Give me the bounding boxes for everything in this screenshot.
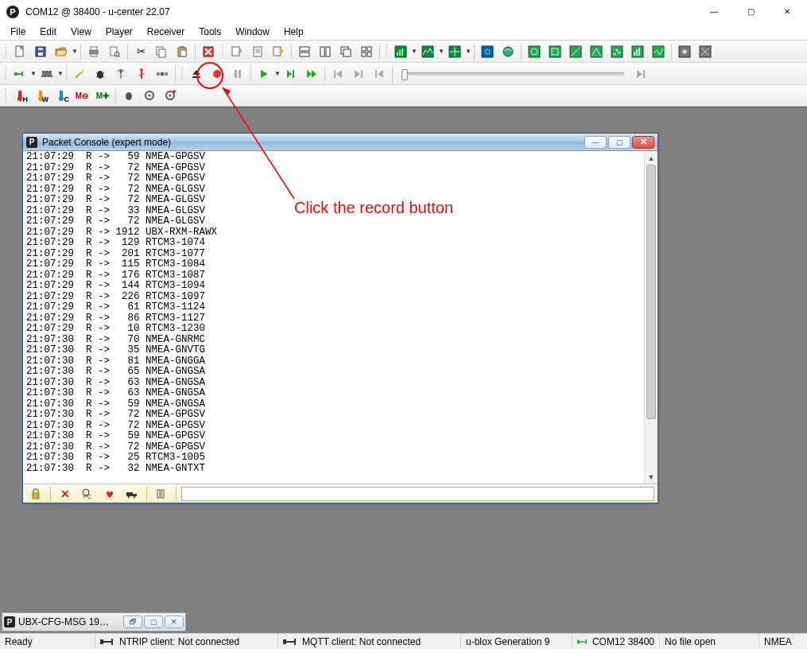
child-close-button[interactable]: ✕ [632, 136, 654, 149]
toolbar-grip[interactable] [3, 65, 8, 83]
usb-button[interactable] [132, 65, 151, 83]
mon-button[interactable]: M⊖ [72, 87, 91, 104]
cascade-button[interactable] [336, 43, 355, 60]
baudrate-button[interactable] [37, 65, 56, 83]
map-button[interactable] [478, 43, 497, 60]
grid-g6-button[interactable] [628, 43, 647, 60]
last-l1-button[interactable] [675, 43, 694, 60]
copy-button[interactable] [152, 43, 171, 60]
debug-button[interactable] [91, 65, 110, 83]
child-maximize-button[interactable]: ▢ [608, 136, 630, 149]
grid-g7-button[interactable] [649, 43, 668, 60]
msg-find-button[interactable] [269, 43, 288, 60]
toolbar-grip[interactable] [384, 43, 389, 60]
chart-sat-button[interactable] [391, 43, 410, 60]
packet-console-titlebar[interactable]: P Packet Console (expert mode) — ▢ ✕ [23, 134, 658, 151]
autobaud-button[interactable] [70, 65, 89, 83]
print-preview-button[interactable] [105, 43, 124, 60]
chart-sky-button[interactable] [418, 43, 437, 60]
scroll-thumb[interactable] [646, 165, 656, 419]
last-l2-button[interactable] [696, 43, 715, 60]
grid-g1-button[interactable] [525, 43, 544, 60]
menu-tools[interactable]: Tools [192, 25, 228, 39]
menu-receiver[interactable]: Receiver [140, 25, 192, 39]
window-maximize-button[interactable]: ▢ [732, 0, 769, 24]
heart-button[interactable] [101, 486, 118, 502]
warmstart-button[interactable]: W [31, 87, 50, 104]
packet-list-scrollbar[interactable]: ▲ ▼ [644, 151, 658, 484]
packet-list[interactable]: 21:07:29 R -> 59 NMEA-GPGSV 21:07:29 R -… [23, 151, 644, 484]
chart-sky-dropdown[interactable]: ▼ [438, 48, 444, 55]
window-minimize-button[interactable]: — [696, 0, 732, 24]
globe-button[interactable] [499, 43, 518, 60]
toolbar-grip[interactable] [180, 65, 184, 83]
settings-dot-button[interactable] [161, 87, 180, 104]
scroll-down-button[interactable]: ▼ [645, 470, 658, 484]
skip-prev-button[interactable] [328, 65, 347, 83]
chart-sig-button[interactable] [445, 43, 464, 60]
columns-button[interactable] [153, 486, 170, 502]
play-dropdown[interactable]: ▼ [274, 70, 281, 77]
paste-button[interactable] [173, 43, 192, 60]
skip-end-button[interactable] [370, 65, 389, 83]
pc-settings-button[interactable]: PC [79, 486, 96, 502]
antenna-button[interactable] [111, 65, 130, 83]
chart-sig-dropdown[interactable]: ▼ [465, 48, 471, 55]
player-slider[interactable] [402, 72, 624, 76]
record-button[interactable] [208, 65, 227, 83]
menu-player[interactable]: Player [99, 25, 140, 39]
abort-button[interactable] [199, 43, 218, 60]
grid-g5-button[interactable] [607, 43, 627, 60]
save-button[interactable] [31, 43, 50, 60]
msg-generate-button[interactable] [227, 43, 246, 60]
clear-button[interactable]: ✕ [56, 486, 74, 502]
cut-button[interactable]: ✂ [131, 43, 150, 60]
coldstart-button[interactable]: C [52, 87, 71, 104]
open-dropdown[interactable]: ▼ [72, 48, 78, 55]
mon-plus-button[interactable]: M✚ [93, 87, 112, 104]
new-file-button[interactable] [10, 43, 29, 60]
arrange-button[interactable] [357, 43, 376, 60]
step-button[interactable] [281, 65, 301, 83]
menu-edit[interactable]: Edit [33, 25, 64, 39]
menu-file[interactable]: File [3, 25, 33, 39]
msg-doc-button[interactable] [248, 43, 267, 60]
chart-sat-dropdown[interactable]: ▼ [411, 48, 417, 55]
settings-button[interactable] [140, 87, 159, 104]
open-button[interactable] [52, 43, 71, 60]
window-close-button[interactable]: ✕ [769, 0, 805, 24]
child-minimize-button[interactable]: — [584, 136, 607, 149]
baudrate-dropdown[interactable]: ▼ [57, 70, 64, 77]
ubx-close-button[interactable]: ✕ [165, 616, 184, 628]
ffwd-button[interactable] [302, 65, 321, 83]
connect-dropdown[interactable]: ▼ [30, 70, 37, 77]
packet-console-title: Packet Console (expert mode) [42, 137, 171, 148]
debug2-button[interactable] [119, 87, 138, 104]
eject-button[interactable] [187, 65, 206, 83]
tile-vertical-button[interactable] [316, 43, 335, 60]
ubx-maximize-button[interactable]: ▢ [144, 616, 163, 628]
menu-help[interactable]: Help [277, 25, 311, 39]
skip-next-button[interactable] [349, 65, 368, 83]
grid-g3-button[interactable] [566, 43, 585, 60]
scroll-up-button[interactable]: ▲ [645, 151, 658, 165]
menu-view[interactable]: View [64, 25, 99, 39]
print-button[interactable] [84, 43, 103, 60]
truck-button[interactable] [123, 486, 141, 502]
menu-window[interactable]: Window [228, 25, 277, 39]
lock-button[interactable] [27, 486, 45, 502]
tile-horizontal-button[interactable] [295, 43, 314, 60]
connect-button[interactable] [10, 65, 29, 83]
pause-button[interactable] [228, 65, 247, 83]
play-button[interactable] [254, 65, 274, 83]
toolbar-grip[interactable] [220, 43, 225, 60]
ubx-restore-button[interactable]: 🗗 [123, 616, 142, 628]
grid-g4-button[interactable] [587, 43, 606, 60]
slider-end-button[interactable] [631, 65, 650, 83]
sat-button[interactable] [153, 65, 172, 83]
grid-g2-button[interactable] [545, 43, 565, 60]
packet-filter-input[interactable] [181, 487, 654, 501]
hotstart-button[interactable]: H [10, 87, 29, 104]
toolbar-grip[interactable] [3, 87, 8, 104]
toolbar-grip[interactable] [3, 43, 8, 60]
